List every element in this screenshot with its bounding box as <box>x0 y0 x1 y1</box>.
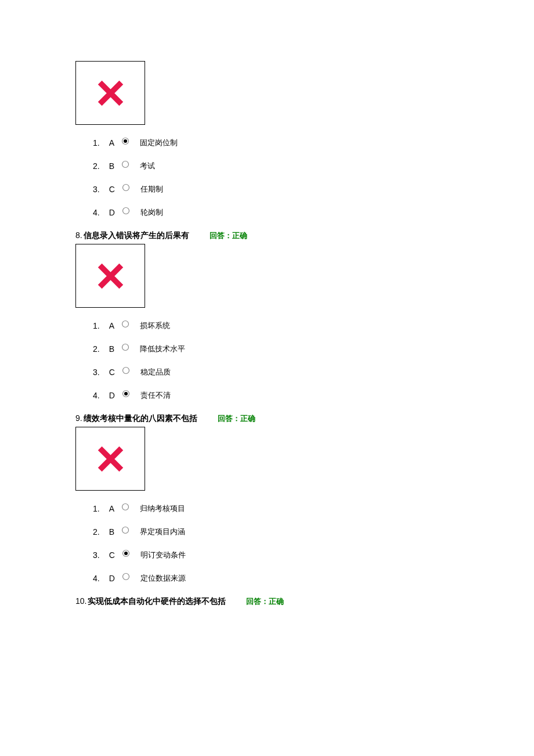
svg-point-7 <box>122 368 129 374</box>
svg-point-2 <box>122 161 129 168</box>
radio-unselected-icon[interactable] <box>122 183 130 192</box>
option-text: 界定项目内涵 <box>140 527 185 537</box>
radio-unselected-icon[interactable] <box>122 207 130 215</box>
option-text: 考试 <box>140 161 155 171</box>
question-header: 8. 信息录入错误将产生的后果有 回答：正确 <box>75 231 459 241</box>
radio-unselected-icon[interactable] <box>121 320 129 328</box>
option-letter: D <box>109 574 115 583</box>
option-text: 归纳考核项目 <box>140 503 185 514</box>
option-number: 1. <box>93 321 100 330</box>
option-item[interactable]: 1. A 损坏系统 <box>93 321 459 331</box>
option-letter: C <box>109 550 115 560</box>
option-letter: A <box>109 138 114 147</box>
option-item[interactable]: 2. B 降低技术水平 <box>93 344 459 354</box>
options-list: 1. A 固定岗位制 2. B 考试 3. C 任期制 4. D <box>93 138 459 218</box>
svg-point-3 <box>122 185 129 191</box>
radio-unselected-icon[interactable] <box>121 503 129 511</box>
svg-point-9 <box>124 392 128 395</box>
option-letter: B <box>109 161 114 171</box>
option-item[interactable]: 3. C 稳定品质 <box>93 367 459 377</box>
broken-image-placeholder <box>75 61 145 125</box>
option-item[interactable]: 4. D 轮岗制 <box>93 207 459 218</box>
option-letter: D <box>109 208 115 217</box>
svg-point-14 <box>122 574 129 580</box>
svg-point-13 <box>124 552 128 555</box>
radio-unselected-icon[interactable] <box>121 160 129 168</box>
radio-unselected-icon[interactable] <box>121 343 129 351</box>
radio-selected-icon[interactable] <box>122 549 130 557</box>
option-letter: A <box>109 504 114 513</box>
question-text: 信息录入错误将产生的后果有 <box>84 231 189 241</box>
svg-point-10 <box>122 504 129 510</box>
question-block-9: 9. 绩效考核中量化的八因素不包括 回答：正确 1. A 归纳考核项目 2. B… <box>75 413 459 584</box>
svg-point-11 <box>122 527 129 534</box>
question-number: 8. <box>75 231 82 240</box>
x-mark-icon <box>95 77 127 109</box>
question-header: 10. 实现低成本自动化中硬件的选择不包括 回答：正确 <box>75 596 459 607</box>
options-list: 1. A 归纳考核项目 2. B 界定项目内涵 3. C 明订变动条件 4. D <box>93 503 459 584</box>
question-text: 实现低成本自动化中硬件的选择不包括 <box>88 596 226 607</box>
option-text: 责任不清 <box>140 390 171 401</box>
option-number: 4. <box>93 574 100 583</box>
option-number: 2. <box>93 344 100 354</box>
option-number: 1. <box>93 504 100 513</box>
answer-status: 回答：正确 <box>210 231 247 241</box>
svg-point-6 <box>122 344 129 351</box>
question-block-10: 10. 实现低成本自动化中硬件的选择不包括 回答：正确 <box>75 596 459 607</box>
option-item[interactable]: 2. B 界定项目内涵 <box>93 527 459 537</box>
option-text: 轮岗制 <box>140 207 163 218</box>
question-number: 9. <box>75 413 82 423</box>
option-text: 损坏系统 <box>140 321 170 331</box>
option-number: 4. <box>93 391 100 400</box>
option-item[interactable]: 4. D 责任不清 <box>93 390 459 401</box>
radio-selected-icon[interactable] <box>121 137 129 145</box>
option-number: 2. <box>93 161 100 171</box>
answer-status: 回答：正确 <box>246 596 284 607</box>
option-number: 1. <box>93 138 100 147</box>
option-number: 4. <box>93 208 100 217</box>
question-number: 10. <box>75 596 86 606</box>
option-item[interactable]: 3. C 任期制 <box>93 184 459 195</box>
option-number: 3. <box>93 368 100 377</box>
broken-image-placeholder <box>75 427 145 491</box>
option-item[interactable]: 3. C 明订变动条件 <box>93 550 459 560</box>
question-text: 绩效考核中量化的八因素不包括 <box>84 413 197 424</box>
x-mark-icon <box>95 443 127 475</box>
question-block-8: 8. 信息录入错误将产生的后果有 回答：正确 1. A 损坏系统 2. B 降低… <box>75 231 459 401</box>
option-letter: B <box>109 344 114 354</box>
option-item[interactable]: 1. A 归纳考核项目 <box>93 503 459 514</box>
option-letter: A <box>109 321 114 330</box>
option-text: 降低技术水平 <box>140 344 185 354</box>
option-number: 3. <box>93 550 100 560</box>
x-mark-icon <box>95 260 127 292</box>
option-text: 任期制 <box>140 184 163 195</box>
option-number: 2. <box>93 527 100 537</box>
option-letter: D <box>109 391 115 400</box>
option-letter: C <box>109 368 115 377</box>
option-text: 定位数据来源 <box>140 573 186 584</box>
option-letter: C <box>109 185 115 194</box>
option-number: 3. <box>93 185 100 194</box>
option-item[interactable]: 2. B 考试 <box>93 161 459 171</box>
question-header: 9. 绩效考核中量化的八因素不包括 回答：正确 <box>75 413 459 424</box>
options-list: 1. A 损坏系统 2. B 降低技术水平 3. C 稳定品质 4. D <box>93 321 459 401</box>
radio-selected-icon[interactable] <box>122 390 130 398</box>
question-block-7: 1. A 固定岗位制 2. B 考试 3. C 任期制 4. D <box>75 61 459 218</box>
option-text: 稳定品质 <box>140 367 171 377</box>
broken-image-placeholder <box>75 244 145 308</box>
option-item[interactable]: 1. A 固定岗位制 <box>93 138 459 148</box>
option-item[interactable]: 4. D 定位数据来源 <box>93 573 459 584</box>
svg-point-5 <box>122 321 129 327</box>
option-text: 明订变动条件 <box>140 550 186 560</box>
answer-status: 回答：正确 <box>218 413 255 424</box>
option-letter: B <box>109 527 114 537</box>
option-text: 固定岗位制 <box>140 138 178 148</box>
svg-point-4 <box>122 208 129 214</box>
svg-point-1 <box>124 139 127 143</box>
radio-unselected-icon[interactable] <box>122 366 130 375</box>
radio-unselected-icon[interactable] <box>121 526 129 534</box>
radio-unselected-icon[interactable] <box>122 573 130 581</box>
